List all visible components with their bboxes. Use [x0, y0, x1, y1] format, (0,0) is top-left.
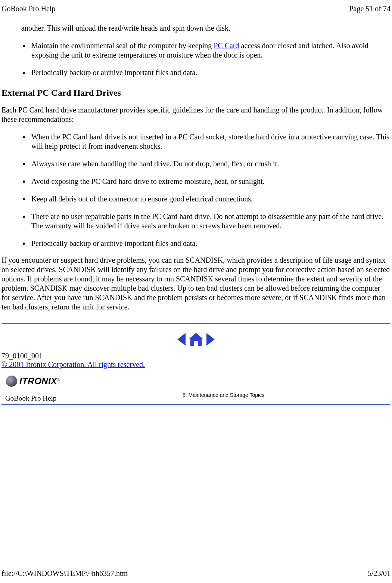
list-item: Maintain the environmental seal of the c… — [30, 41, 391, 60]
nav-prev-icon[interactable] — [177, 334, 188, 343]
nav-bar — [1, 332, 391, 346]
logo-text: ITRONIX® — [19, 376, 60, 386]
main-content: another. This will unload the read/write… — [0, 24, 392, 405]
divider — [1, 323, 391, 324]
list-item: Periodically backup or archive important… — [30, 68, 391, 77]
top-bullet-list: Maintain the environmental seal of the c… — [21, 41, 391, 77]
list-item: When the PC Card hard drive is not inser… — [30, 132, 391, 151]
bullet-text: Periodically backup or archive important… — [31, 68, 197, 77]
header-page-info: Page 51 of 74 — [349, 4, 391, 13]
list-item: Keep all debris out of the connector to … — [30, 194, 391, 204]
itronix-logo: ITRONIX® — [6, 376, 391, 387]
nav-home-icon[interactable] — [188, 334, 206, 343]
pc-card-link[interactable]: PC Card — [214, 41, 239, 50]
divider — [1, 404, 391, 405]
list-item: There are no user repairable parts in th… — [30, 212, 391, 231]
header-title: GoBook Pro Help — [1, 4, 55, 13]
svg-marker-0 — [177, 333, 186, 346]
section-heading: External PC Card Hard Drives — [1, 88, 391, 98]
main-bullet-list: When the PC Card hard drive is not inser… — [21, 132, 391, 248]
footer-path: file://C:\WINDOWS\TEMP\~hh6357.htm — [1, 569, 128, 578]
bullet-text-pre: Maintain the environmental seal of the c… — [31, 41, 214, 50]
footer-topic: 8. Maintenance and Storage Topics — [56, 392, 391, 402]
copyright-link[interactable]: © 2001 Itronix Corporation. All rights r… — [1, 360, 145, 368]
nav-next-icon[interactable] — [206, 334, 215, 343]
svg-marker-1 — [189, 333, 203, 346]
page-header: GoBook Pro Help Page 51 of 74 — [0, 0, 392, 13]
globe-icon — [6, 376, 17, 387]
footer-help-label: GoBook Pro Help — [5, 394, 56, 402]
section-footer: ITRONIX® GoBook Pro Help 8. Maintenance … — [1, 376, 391, 405]
intro-paragraph: Each PC Card hard drive manufacturer pro… — [1, 105, 391, 124]
scandisk-paragraph: If you encounter or suspect hard drive p… — [1, 256, 391, 312]
doc-id: 79_0100_001 — [1, 352, 391, 360]
list-item: Periodically backup or archive important… — [30, 239, 391, 248]
list-item: Always use care when handling the hard d… — [30, 159, 391, 169]
footer-date: 5/23/01 — [368, 569, 391, 578]
continued-paragraph: another. This will unload the read/write… — [21, 24, 391, 33]
list-item: Avoid exposing the PC Card hard drive to… — [30, 177, 391, 186]
svg-marker-2 — [206, 333, 215, 346]
page-footer: file://C:\WINDOWS\TEMP\~hh6357.htm 5/23/… — [1, 569, 391, 578]
